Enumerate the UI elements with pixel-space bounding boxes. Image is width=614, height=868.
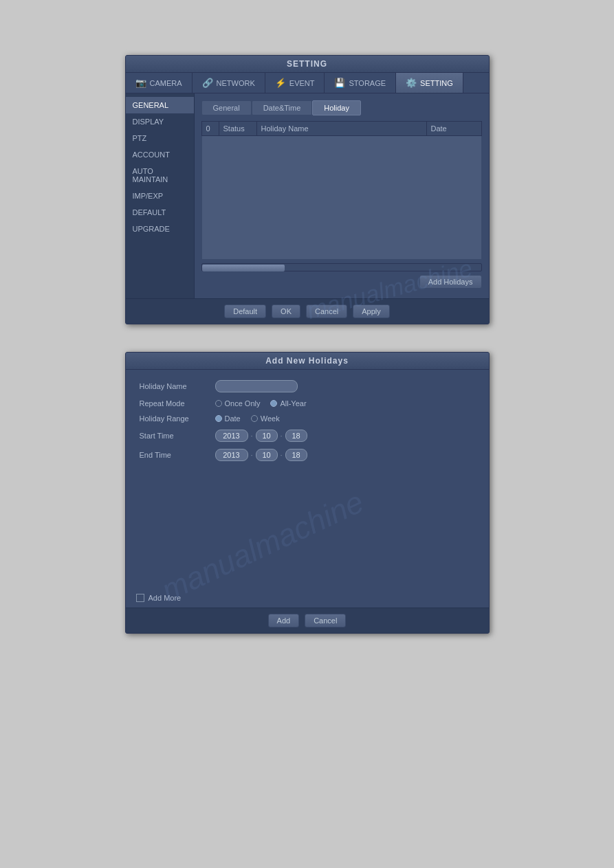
add-holidays-panel: Add New Holidays Holiday Name Repeat Mod… [125,352,490,634]
setting-icon: ⚙️ [406,78,417,88]
holiday-name-row: Holiday Name [140,380,475,392]
apply-button[interactable]: Apply [353,304,390,318]
tab-network[interactable]: 🔗 NETWORK [193,73,265,93]
holiday-name-input[interactable] [215,380,298,392]
title-text: SETTING [287,59,327,69]
bottom-buttons: Default OK Cancel Apply [126,298,489,324]
tab-event-label: EVENT [289,79,315,87]
cancel2-button[interactable]: Cancel [305,614,346,627]
sidebar-item-ptz[interactable]: PTZ [126,130,194,146]
sub-tabs: General Date&Time Holiday [201,100,482,115]
cancel-button[interactable]: Cancel [306,304,347,318]
tab-setting-label: SETTING [420,79,453,87]
empty-content [126,478,489,588]
end-date-inputs: · · [215,449,307,461]
add-holidays-row: Add Holidays [201,275,482,289]
repeat-all-year[interactable]: All-Year [270,399,306,408]
panel2-title-text: Add New Holidays [265,356,349,366]
all-year-label: All-Year [280,399,306,408]
end-month-input[interactable] [256,449,278,461]
sidebar-item-default[interactable]: DEFAULT [126,204,194,221]
start-day-input[interactable] [285,430,307,442]
subtab-general[interactable]: General [201,100,252,115]
panel-title: SETTING [126,56,489,73]
once-only-label: Once Only [225,399,261,408]
scrollbar[interactable] [201,263,482,271]
sep1: · [251,432,253,440]
default-button[interactable]: Default [224,304,266,318]
sep2: · [281,432,283,440]
ok-button[interactable]: OK [272,304,300,318]
once-only-radio[interactable] [215,400,222,407]
end-day-input[interactable] [285,449,307,461]
sidebar-item-general[interactable]: GENERAL [126,97,194,113]
tab-storage[interactable]: 💾 STORAGE [325,73,396,93]
end-time-row: End Time · · [140,449,475,461]
start-time-label: Start Time [140,432,215,440]
col-name: Holiday Name [256,122,426,136]
tab-storage-label: STORAGE [349,79,386,87]
holiday-range-options: Date Week [215,414,280,423]
date-label: Date [225,414,241,423]
all-year-radio[interactable] [270,400,277,407]
end-time-label: End Time [140,451,215,459]
camera-icon: 📷 [135,78,146,88]
col-date: Date [426,122,481,136]
panel-body: GENERAL DISPLAY PTZ ACCOUNT AUTO MAINTAI… [126,93,489,298]
add-more-checkbox[interactable] [136,594,144,602]
range-week[interactable]: Week [251,414,280,423]
add-more-label: Add More [149,594,182,602]
form-area: Holiday Name Repeat Mode Once Only All-Y… [126,370,489,478]
end-year-input[interactable] [215,449,248,461]
sidebar-item-account[interactable]: ACCOUNT [126,146,194,163]
repeat-mode-options: Once Only All-Year [215,399,307,408]
holiday-range-label: Holiday Range [140,414,215,423]
storage-icon: 💾 [334,78,345,88]
add-holidays-button[interactable]: Add Holidays [419,275,482,289]
setting-panel: SETTING 📷 CAMERA 🔗 NETWORK ⚡ EVENT 💾 STO… [125,55,490,324]
sidebar-item-imp-exp[interactable]: IMP/EXP [126,188,194,204]
start-date-inputs: · · [215,430,307,442]
holiday-name-label: Holiday Name [140,382,215,390]
tab-camera-label: CAMERA [150,79,182,87]
repeat-mode-label: Repeat Mode [140,399,215,408]
col-num: 0 [201,122,219,136]
add-more-row: Add More [126,588,489,608]
week-radio[interactable] [251,415,258,422]
content-area: General Date&Time Holiday 0 Status [195,93,489,298]
range-date[interactable]: Date [215,414,241,423]
holiday-table: 0 Status Holiday Name Date [201,121,482,136]
panel2-title: Add New Holidays [126,353,489,370]
tab-camera[interactable]: 📷 CAMERA [126,73,193,93]
tab-event[interactable]: ⚡ EVENT [265,73,325,93]
add-button[interactable]: Add [268,614,300,627]
network-icon: 🔗 [202,78,213,88]
scrollbar-thumb[interactable] [202,265,285,271]
sidebar-item-upgrade[interactable]: UPGRADE [126,221,194,237]
date-radio[interactable] [215,415,222,422]
sep3: · [251,451,253,459]
subtab-holiday[interactable]: Holiday [312,100,361,115]
tab-network-label: NETWORK [217,79,255,87]
sidebar-item-auto-maintain[interactable]: AUTO MAINTAIN [126,163,194,188]
start-time-row: Start Time · · [140,430,475,442]
table-body [201,136,482,260]
holiday-range-row: Holiday Range Date Week [140,414,475,423]
repeat-mode-row: Repeat Mode Once Only All-Year [140,399,475,408]
week-label: Week [261,414,280,423]
tab-setting[interactable]: ⚙️ SETTING [396,73,463,93]
repeat-once-only[interactable]: Once Only [215,399,261,408]
start-month-input[interactable] [256,430,278,442]
sidebar-item-display[interactable]: DISPLAY [126,113,194,130]
start-year-input[interactable] [215,430,248,442]
panel2-bottom-buttons: Add Cancel [126,608,489,633]
col-status: Status [219,122,256,136]
nav-tabs: 📷 CAMERA 🔗 NETWORK ⚡ EVENT 💾 STORAGE ⚙️ … [126,73,489,93]
sidebar: GENERAL DISPLAY PTZ ACCOUNT AUTO MAINTAI… [126,93,195,298]
event-icon: ⚡ [275,78,286,88]
subtab-datetime[interactable]: Date&Time [252,100,313,115]
sep4: · [281,451,283,459]
